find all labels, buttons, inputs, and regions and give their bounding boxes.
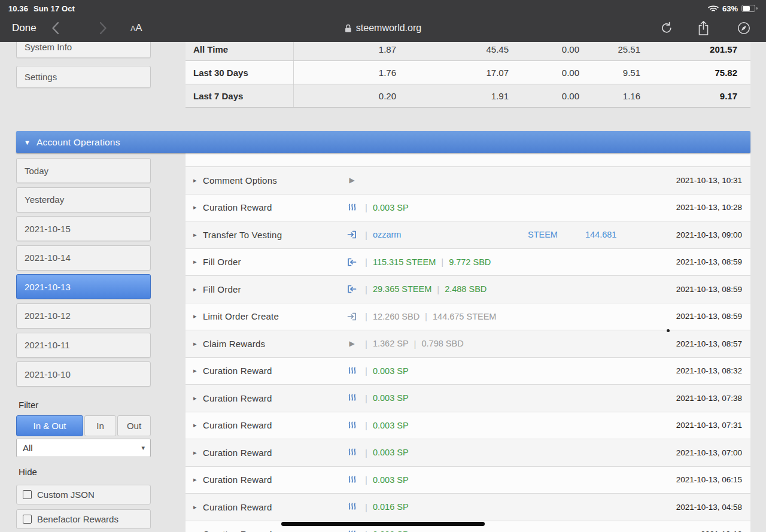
- operation-row-curation-reward[interactable]: ▸Curation Reward|0.003 SP2021-10-13, 06:…: [186, 467, 750, 494]
- expand-arrow-icon: ▸: [193, 394, 203, 402]
- summary-value: 0.20: [294, 91, 396, 101]
- operation-timestamp: 2021-10-13, 06:15: [676, 475, 750, 484]
- operation-timestamp: 2021-10-13, 08:57: [676, 339, 750, 348]
- summary-value: 25.51: [579, 44, 640, 54]
- summary-value: 9.51: [579, 68, 640, 78]
- summary-value: 17.07: [396, 68, 509, 78]
- operation-value: 0.003 SP: [373, 203, 409, 212]
- date-filter-item-2021-10-15[interactable]: 2021-10-15: [16, 216, 151, 241]
- expand-arrow-icon: ▸: [193, 177, 203, 184]
- value-separator: |: [365, 202, 367, 212]
- operation-row-transfer-to-vesting[interactable]: ▸Transfer To Vesting|ozzarmSTEEM144.6812…: [186, 221, 750, 249]
- summary-value: 45.45: [396, 44, 509, 54]
- refresh-button[interactable]: [660, 22, 673, 35]
- operation-value: 0.003 SP: [373, 448, 409, 457]
- date-filter-item-2021-10-14[interactable]: 2021-10-14: [16, 245, 151, 270]
- checkbox-custom-json[interactable]: Custom JSON: [16, 485, 151, 504]
- horizontal-scrollbar[interactable]: [281, 522, 485, 526]
- operation-value: 0.003 SP: [373, 530, 409, 532]
- operation-timestamp: 2021-10-13, 09:00: [676, 230, 750, 239]
- expand-arrow-icon: ▸: [193, 421, 203, 429]
- date-filter-item-2021-10-12[interactable]: 2021-10-12: [16, 303, 151, 329]
- transfer-icon: [344, 230, 360, 239]
- curation-icon: [344, 530, 360, 532]
- value-separator: |: [365, 502, 367, 512]
- expand-arrow-icon: ▸: [193, 476, 203, 484]
- font-size-button[interactable]: AA: [130, 22, 142, 34]
- date-filter-item-today[interactable]: Today: [16, 158, 151, 183]
- operation-timestamp: 2021-10-13, 08:32: [676, 366, 750, 375]
- operation-timestamp: 2021-10-13, 08:59: [676, 257, 750, 266]
- date-filter-item-2021-10-11[interactable]: 2021-10-11: [16, 333, 151, 358]
- value-separator: |: [365, 393, 367, 403]
- curation-icon: [344, 366, 360, 376]
- play-icon: ▶: [344, 339, 360, 348]
- operation-name: Limit Order Create: [203, 311, 344, 321]
- browser-chrome: 10.36 Sun 17 Oct 63% Done AA: [0, 0, 766, 42]
- operation-row-claim-rewards[interactable]: ▸Claim Rewards▶|1.362 SP|0.798 SBD2021-1…: [186, 330, 750, 358]
- operation-extra-value[interactable]: 144.681: [585, 230, 616, 239]
- operation-row-comment-options[interactable]: ▸Comment Options▶2021-10-13, 10:31: [186, 167, 750, 194]
- operation-value: 2.488 SBD: [445, 284, 487, 294]
- operation-value: 0.798 SBD: [421, 339, 463, 348]
- summary-row-label: Last 30 Days: [186, 61, 294, 84]
- operation-value[interactable]: ozzarm: [373, 230, 402, 239]
- expand-arrow-icon: ▸: [193, 231, 203, 239]
- value-separator: |: [441, 257, 443, 267]
- operation-row-curation-reward[interactable]: ▸Curation Reward|0.003 SP2021-10-13, 07:…: [186, 439, 750, 467]
- date-filter-item-2021-10-13[interactable]: 2021-10-13: [16, 274, 151, 299]
- operation-value: 0.003 SP: [373, 475, 409, 485]
- sidebar-item-settings[interactable]: Settings: [16, 66, 151, 88]
- operation-row-fill-order[interactable]: ▸Fill Order|29.365 STEEM|2.488 SBD2021-1…: [186, 276, 750, 303]
- operation-name: Curation Reward: [203, 448, 344, 458]
- date-filter-item-2021-10-10[interactable]: 2021-10-10: [16, 361, 151, 387]
- hide-checkbox-list: Custom JSONBenefactor Rewards: [16, 485, 151, 532]
- address-bar[interactable]: steemworld.org: [345, 23, 421, 34]
- battery-icon: [741, 5, 755, 12]
- value-separator: |: [365, 475, 367, 485]
- value-separator: |: [437, 284, 439, 294]
- filter-option-in-out[interactable]: In & Out: [16, 415, 83, 436]
- expand-arrow-icon: ▸: [193, 285, 203, 293]
- date-filter-item-yesterday[interactable]: Yesterday: [16, 187, 151, 212]
- operation-name: Fill Order: [203, 257, 344, 267]
- done-button[interactable]: Done: [12, 22, 37, 34]
- summary-value: 201.57: [640, 44, 750, 54]
- value-separator: |: [414, 339, 417, 349]
- operation-timestamp: 2021-10-13, 10:28: [676, 203, 750, 212]
- checkbox-benefactor-rewards[interactable]: Benefactor Rewards: [16, 509, 151, 529]
- summary-value: 1.87: [294, 44, 396, 54]
- operations-list: ▸Comment Options▶2021-10-13, 10:31▸Curat…: [186, 153, 750, 532]
- operation-timestamp: 2021-10-13, 08:59: [676, 312, 750, 321]
- operation-row-curation-reward[interactable]: ▸Curation Reward|0.016 SP2021-10-13, 04:…: [186, 494, 750, 521]
- share-button[interactable]: [697, 20, 710, 36]
- operation-name: Curation Reward: [203, 202, 344, 212]
- collapse-triangle-icon: ▼: [24, 139, 31, 146]
- summary-value: 9.17: [640, 91, 750, 101]
- summary-value: 1.91: [396, 91, 509, 101]
- pointer-dot: [667, 329, 670, 332]
- back-button[interactable]: [51, 22, 59, 35]
- operation-row-curation-reward[interactable]: ▸Curation Reward|0.003 SP2021-10-13, 07:…: [186, 412, 750, 440]
- operation-row-curation-reward[interactable]: ▸Curation Reward|0.003 SP2021-10-13, 08:…: [186, 358, 750, 385]
- operation-name: Curation Reward: [203, 475, 344, 485]
- summary-value: 75.82: [640, 68, 750, 78]
- wifi-icon: [708, 5, 719, 12]
- filter-dropdown[interactable]: All ▾: [16, 439, 151, 457]
- filter-option-in[interactable]: In: [84, 415, 116, 436]
- value-separator: |: [365, 230, 367, 240]
- operation-row-curation-reward[interactable]: ▸Curation Reward|0.003 SP2021-10-13, 10:…: [186, 194, 750, 222]
- value-separator: |: [365, 529, 367, 532]
- operation-extra-value[interactable]: STEEM: [528, 230, 558, 239]
- filter-option-out[interactable]: Out: [117, 415, 151, 436]
- forward-button[interactable]: [99, 22, 107, 35]
- value-separator: |: [365, 366, 367, 376]
- operation-name: Curation Reward: [203, 366, 344, 376]
- operation-value: 115.315 STEEM: [373, 257, 436, 267]
- operation-row-fill-order[interactable]: ▸Fill Order|115.315 STEEM|9.772 SBD2021-…: [186, 249, 750, 276]
- operation-name: Comment Options: [203, 175, 344, 186]
- operation-row-limit-order-create[interactable]: ▸Limit Order Create|12.260 SBD|144.675 S…: [186, 303, 750, 331]
- compass-button[interactable]: [737, 21, 751, 35]
- operation-row-curation-reward[interactable]: ▸Curation Reward|0.003 SP2021-10-13, 07:…: [186, 385, 750, 412]
- account-operations-header[interactable]: ▼ Account Operations: [16, 131, 750, 153]
